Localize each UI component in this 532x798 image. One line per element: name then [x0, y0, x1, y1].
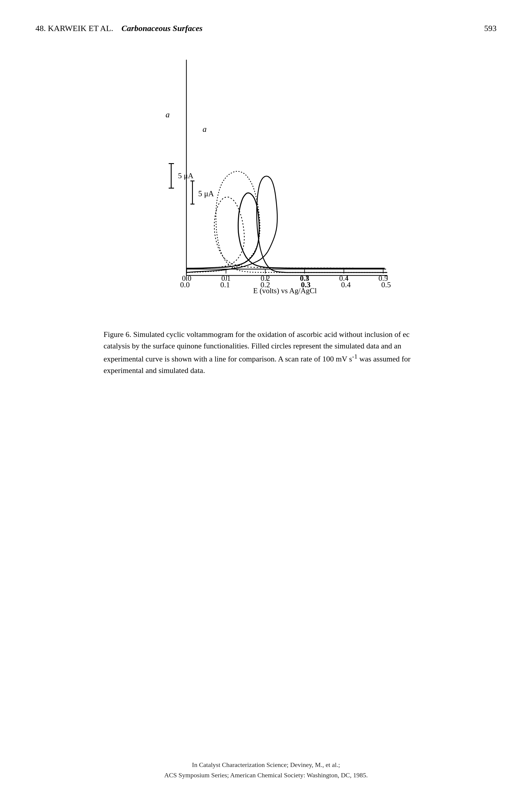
- page-header: 48. KARWEIK ET AL. Carbonaceous Surfaces…: [35, 24, 497, 33]
- figure-caption-text: Figure 6. Simulated cyclic voltammogram …: [104, 330, 411, 375]
- chart-area: a 5 μA: [133, 51, 399, 317]
- footer-line2: ACS Symposium Series; American Chemical …: [0, 770, 532, 780]
- figure-container: a 5 μA: [35, 51, 497, 317]
- chapter-title: Carbonaceous Surfaces: [121, 24, 203, 33]
- header-left: 48. KARWEIK ET AL. Carbonaceous Surfaces: [35, 24, 203, 33]
- page-number: 593: [484, 24, 497, 33]
- page-footer: In Catalyst Characterization Science; De…: [0, 760, 532, 780]
- chapter-number: 48. KARWEIK ET AL.: [35, 24, 113, 33]
- svg-text:0.1: 0.1: [221, 274, 231, 282]
- svg-text:0.3: 0.3: [300, 274, 309, 282]
- footer-line1: In Catalyst Characterization Science; De…: [0, 760, 532, 770]
- svg-text:0.0: 0.0: [182, 274, 191, 282]
- figure-caption: Figure 6. Simulated cyclic voltammogram …: [104, 329, 429, 376]
- svg-text:0.5: 0.5: [378, 274, 388, 282]
- chart-curves: 0.0 0.1 0.2 0.3 0.4 0.5 E (volts) vs Ag/…: [133, 51, 399, 317]
- svg-text:a: a: [202, 125, 207, 134]
- svg-text:0.2: 0.2: [261, 274, 270, 282]
- svg-text:E (volts)  vs  Ag/AgCl: E (volts) vs Ag/AgCl: [253, 286, 316, 295]
- page: 48. KARWEIK ET AL. Carbonaceous Surfaces…: [0, 0, 532, 798]
- svg-text:5 μA: 5 μA: [198, 189, 214, 198]
- svg-text:0.4: 0.4: [339, 274, 348, 282]
